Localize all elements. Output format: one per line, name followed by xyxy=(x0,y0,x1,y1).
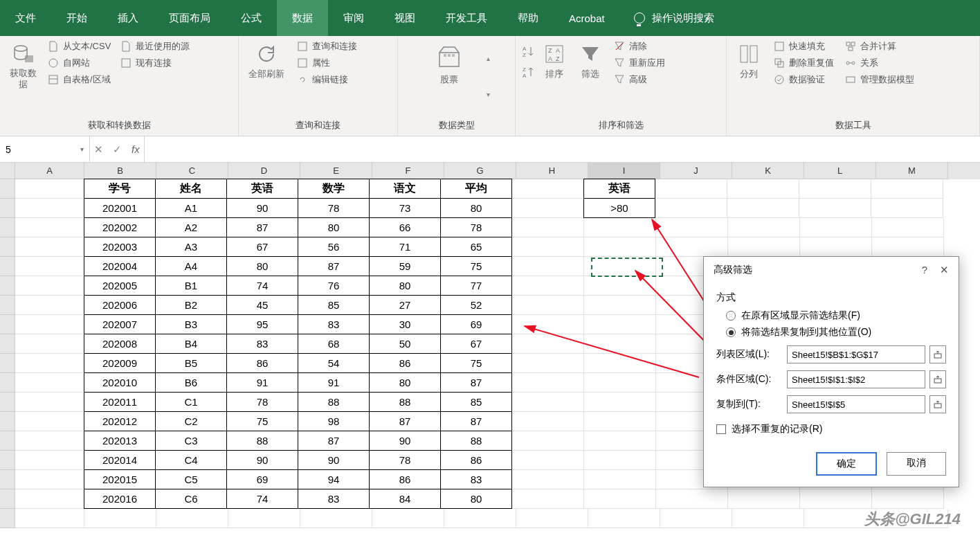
from-csv-button[interactable]: 从文本/CSV xyxy=(48,40,111,53)
column-header-D[interactable]: D xyxy=(228,163,300,179)
cell-B9[interactable]: 202008 xyxy=(84,334,156,354)
cell-C18[interactable] xyxy=(156,509,228,528)
cell-J17[interactable] xyxy=(656,489,728,509)
cell-D2[interactable]: 90 xyxy=(226,198,298,218)
cell-G14[interactable]: 88 xyxy=(440,431,512,451)
cell-D16[interactable]: 69 xyxy=(226,469,298,489)
criteria-range-input[interactable] xyxy=(787,370,925,388)
cell-B13[interactable]: 202012 xyxy=(84,411,156,431)
cell-B2[interactable]: 202001 xyxy=(84,198,156,218)
cell-E8[interactable]: 83 xyxy=(298,314,370,334)
cell-E10[interactable]: 54 xyxy=(298,353,370,373)
cell-H17[interactable] xyxy=(512,489,584,509)
cell-F18[interactable] xyxy=(372,509,444,528)
cell-A14[interactable] xyxy=(15,431,84,451)
cell-A1[interactable] xyxy=(15,179,84,199)
cell-A13[interactable] xyxy=(15,412,84,431)
help-button[interactable]: ? xyxy=(922,264,927,276)
cell-G2[interactable]: 80 xyxy=(440,198,512,218)
cell-C8[interactable]: B3 xyxy=(155,314,227,334)
range-picker-icon[interactable] xyxy=(929,395,946,413)
cell-G11[interactable]: 87 xyxy=(440,372,512,393)
confirm-icon[interactable]: ✓ xyxy=(113,143,122,156)
row-header[interactable] xyxy=(0,451,15,470)
cell-B5[interactable]: 202004 xyxy=(84,256,156,276)
cell-G1[interactable]: 平均 xyxy=(440,179,512,199)
column-header-J[interactable]: J xyxy=(660,163,732,179)
cell-K1[interactable] xyxy=(727,179,799,199)
cell-A6[interactable] xyxy=(15,276,84,296)
cell-I15[interactable] xyxy=(584,451,656,470)
row-header[interactable] xyxy=(0,237,15,257)
cell-C7[interactable]: B2 xyxy=(155,295,227,315)
row-header[interactable] xyxy=(0,315,15,334)
remove-duplicates-button[interactable]: 删除重复值 xyxy=(774,57,834,69)
consolidate-button[interactable]: 合并计算 xyxy=(845,40,914,53)
row-header[interactable] xyxy=(0,412,15,431)
cell-G10[interactable]: 75 xyxy=(440,353,512,373)
from-web-button[interactable]: 自网站 xyxy=(48,57,111,69)
cell-L3[interactable] xyxy=(800,218,872,237)
cell-D14[interactable]: 88 xyxy=(226,431,298,451)
cell-H1[interactable] xyxy=(512,179,584,199)
row-header[interactable] xyxy=(0,470,15,489)
cell-J3[interactable] xyxy=(656,218,728,237)
cell-C17[interactable]: C6 xyxy=(155,489,227,509)
column-header-A[interactable]: A xyxy=(15,163,84,179)
cell-I4[interactable] xyxy=(584,237,656,257)
tab-data[interactable]: 数据 xyxy=(277,0,328,36)
cell-I16[interactable] xyxy=(584,470,656,489)
ok-button[interactable]: 确定 xyxy=(816,452,877,476)
cancel-button[interactable]: 取消 xyxy=(887,452,946,476)
cell-B7[interactable]: 202006 xyxy=(84,295,156,315)
cell-E14[interactable]: 87 xyxy=(298,431,370,451)
cell-F13[interactable]: 87 xyxy=(369,411,441,431)
column-header-K[interactable]: K xyxy=(732,163,804,179)
cell-D10[interactable]: 86 xyxy=(226,353,298,373)
tab-view[interactable]: 视图 xyxy=(379,0,430,36)
list-range-input[interactable] xyxy=(787,345,925,363)
cell-E11[interactable]: 91 xyxy=(298,372,370,393)
cell-D7[interactable]: 45 xyxy=(226,295,298,315)
cell-C4[interactable]: A3 xyxy=(155,237,227,257)
cell-C12[interactable]: C1 xyxy=(155,392,227,412)
row-header[interactable] xyxy=(0,354,15,373)
cell-D8[interactable]: 95 xyxy=(226,314,298,334)
tab-help[interactable]: 帮助 xyxy=(502,0,554,36)
cell-B11[interactable]: 202010 xyxy=(84,372,156,393)
tab-developer[interactable]: 开发工具 xyxy=(430,0,502,36)
from-table-button[interactable]: 自表格/区域 xyxy=(48,73,111,86)
data-model-button[interactable]: 管理数据模型 xyxy=(845,73,914,86)
cell-E1[interactable]: 数学 xyxy=(298,179,370,199)
cell-L18[interactable] xyxy=(804,509,876,528)
cell-H15[interactable] xyxy=(512,451,584,470)
cell-E3[interactable]: 80 xyxy=(298,217,370,237)
cell-D6[interactable]: 74 xyxy=(226,276,298,296)
cell-M4[interactable] xyxy=(872,237,944,257)
cell-B18[interactable] xyxy=(84,509,156,528)
cell-A11[interactable] xyxy=(15,373,84,393)
relationships-button[interactable]: 关系 xyxy=(845,57,914,69)
cell-I11[interactable] xyxy=(584,373,656,393)
cell-D3[interactable]: 87 xyxy=(226,217,298,237)
column-header-I[interactable]: I xyxy=(588,163,660,179)
cell-I18[interactable] xyxy=(588,509,660,528)
cell-H9[interactable] xyxy=(512,334,584,354)
cell-J18[interactable] xyxy=(660,509,732,528)
reapply-button[interactable]: 重新应用 xyxy=(614,57,665,69)
row-header[interactable] xyxy=(0,179,15,199)
cell-A5[interactable] xyxy=(15,257,84,276)
cell-F12[interactable]: 88 xyxy=(369,392,441,412)
cell-M17[interactable] xyxy=(872,489,944,509)
cell-I13[interactable] xyxy=(584,412,656,431)
cell-G12[interactable]: 85 xyxy=(440,392,512,412)
flash-fill-button[interactable]: 快速填充 xyxy=(774,40,834,53)
cell-B10[interactable]: 202009 xyxy=(84,353,156,373)
cell-E16[interactable]: 94 xyxy=(298,469,370,489)
cell-K4[interactable] xyxy=(728,237,800,257)
cell-B12[interactable]: 202011 xyxy=(84,392,156,412)
text-to-columns-button[interactable]: 分列 xyxy=(732,40,765,83)
row-header[interactable] xyxy=(0,334,15,354)
tab-formulas[interactable]: 公式 xyxy=(226,0,277,36)
cell-E13[interactable]: 98 xyxy=(298,411,370,431)
